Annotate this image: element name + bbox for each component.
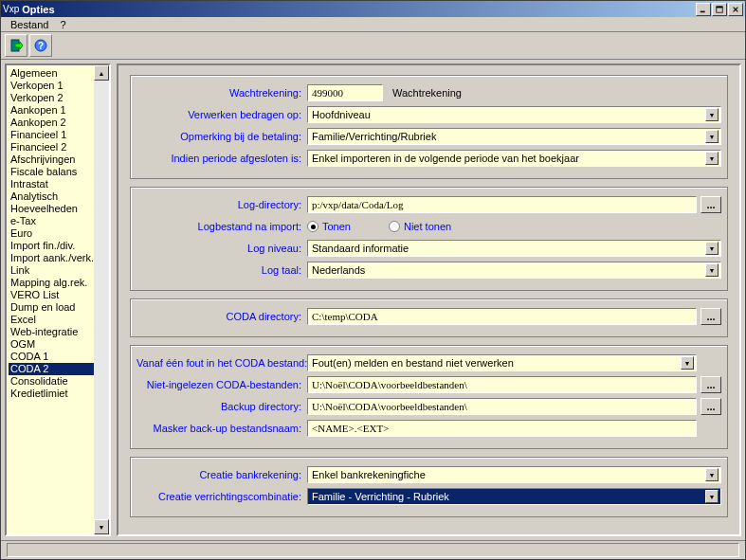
sidebar-scrollbar[interactable]: ▲ ▼ (94, 65, 109, 534)
fout-label: Vanaf één fout in het CODA bestand: (136, 357, 307, 369)
group-log: Log-directory: ... Logbestand na import:… (130, 187, 728, 291)
main-panel: Wachtrekening: Wachtrekening Verwerken b… (117, 63, 741, 536)
sidebar-item[interactable]: Aankopen 2 (9, 117, 107, 129)
chevron-down-icon: ▼ (705, 152, 719, 165)
wachtrekening-input[interactable] (307, 84, 383, 101)
logtaal-label: Log taal: (136, 264, 307, 276)
sidebar-item[interactable]: Euro (9, 227, 107, 240)
radio-tonen[interactable]: Tonen (307, 221, 351, 232)
radio-icon (307, 221, 318, 232)
sidebar-item[interactable]: Import aank./verk. (9, 252, 107, 264)
close-button[interactable] (728, 3, 743, 16)
titlebar: Vxp Opties (1, 1, 745, 17)
logdir-browse-button[interactable]: ... (701, 196, 721, 213)
opmerking-select[interactable]: Familie/Verrichting/Rubriek▼ (307, 128, 721, 145)
sidebar-item[interactable]: e-Tax (9, 215, 107, 227)
window-title: Opties (19, 4, 696, 15)
verwerken-select[interactable]: Hoofdniveau▼ (307, 106, 721, 123)
logdir-input[interactable] (307, 196, 697, 213)
backup-input[interactable] (307, 398, 697, 415)
sidebar-item[interactable]: CODA 2 (9, 363, 107, 375)
sidebar-item[interactable]: Excel (9, 314, 107, 326)
verwerken-label: Verwerken bedragen op: (136, 109, 307, 120)
sidebar-item[interactable]: Web-integratie (9, 326, 107, 338)
logniveau-label: Log niveau: (136, 243, 307, 254)
radio-niettonen[interactable]: Niet tonen (389, 221, 451, 232)
wachtrekening-sidelabel: Wachtrekening (392, 87, 462, 99)
sidebar-item[interactable]: Fiscale balans (9, 166, 107, 178)
content-area: AlgemeenVerkopen 1Verkopen 2Aankopen 1Aa… (1, 60, 745, 540)
periode-label: Indien periode afgesloten is: (136, 153, 307, 164)
sidebar-item[interactable]: CODA 1 (9, 351, 107, 363)
scroll-down-button[interactable]: ▼ (94, 519, 109, 534)
sidebar-item[interactable]: Kredietlimiet (9, 388, 107, 400)
chevron-down-icon: ▼ (705, 130, 719, 143)
sidebar: AlgemeenVerkopen 1Verkopen 2Aankopen 1Aa… (5, 63, 111, 536)
exit-button[interactable] (5, 34, 27, 57)
sidebar-item[interactable]: Financieel 2 (9, 141, 107, 154)
creatiebank-label: Creatie bankrekening: (136, 469, 307, 480)
sidebar-item[interactable]: Financieel 1 (9, 129, 107, 141)
menu-bestand[interactable]: Bestand (5, 18, 54, 31)
backup-label: Backup directory: (136, 401, 307, 412)
wachtrekening-label: Wachtrekening: (136, 87, 307, 99)
sidebar-item[interactable]: Mapping alg.rek. (9, 277, 107, 289)
nieting-input[interactable] (307, 376, 697, 393)
menubar: Bestand ? (1, 17, 745, 32)
sidebar-item[interactable]: OGM (9, 338, 107, 351)
logniveau-select[interactable]: Standaard informatie▼ (307, 240, 721, 257)
group-rekening: Wachtrekening: Wachtrekening Verwerken b… (130, 75, 728, 179)
sidebar-item[interactable]: Analytisch (9, 190, 107, 203)
sidebar-item[interactable]: Consolidatie (9, 375, 107, 388)
sidebar-item[interactable]: Intrastat (9, 178, 107, 190)
creatiever-select[interactable]: Familie - Verrichting - Rubriek▼ (307, 488, 721, 505)
sidebar-item[interactable]: Hoeveelheden (9, 203, 107, 215)
svg-rect-0 (701, 10, 705, 12)
svg-rect-2 (717, 7, 722, 9)
chevron-down-icon: ▼ (681, 356, 694, 370)
radio-icon (389, 221, 400, 232)
sidebar-item[interactable]: Aankopen 1 (9, 104, 107, 117)
nieting-browse-button[interactable]: ... (701, 376, 721, 393)
codadir-browse-button[interactable]: ... (701, 308, 721, 325)
logtaal-select[interactable]: Nederlands▼ (307, 262, 721, 279)
codadir-input[interactable] (307, 308, 697, 325)
logdir-label: Log-directory: (136, 199, 307, 210)
scroll-track[interactable] (94, 81, 109, 519)
backup-browse-button[interactable]: ... (701, 398, 721, 415)
maximize-button[interactable] (712, 3, 727, 16)
codadir-label: CODA directory: (136, 311, 307, 322)
chevron-down-icon: ▼ (705, 242, 719, 255)
group-creatie: Creatie bankrekening: Enkel bankrekening… (130, 457, 728, 517)
opmerking-label: Opmerking bij de betaling: (136, 131, 307, 142)
sidebar-item[interactable]: Algemeen (9, 67, 107, 80)
menu-help[interactable]: ? (54, 18, 71, 31)
sidebar-item[interactable]: Link (9, 264, 107, 277)
help-button[interactable]: ? (29, 34, 52, 57)
chevron-down-icon: ▼ (705, 468, 719, 481)
sidebar-item[interactable]: Dump en load (9, 301, 107, 314)
chevron-down-icon: ▼ (705, 490, 719, 503)
titlebar-prefix: Vxp (3, 4, 19, 14)
periode-select[interactable]: Enkel importeren in de volgende periode … (307, 150, 721, 167)
statusbar (1, 540, 745, 559)
svg-text:?: ? (38, 41, 44, 51)
sidebar-item[interactable]: Verkopen 2 (9, 92, 107, 104)
chevron-down-icon: ▼ (705, 108, 719, 121)
creatiebank-select[interactable]: Enkel bankrekeningfiche▼ (307, 466, 721, 483)
masker-input[interactable] (307, 420, 697, 437)
chevron-down-icon: ▼ (705, 263, 719, 277)
window: Vxp Opties Bestand ? ? AlgemeenVerkopen … (0, 0, 746, 560)
minimize-button[interactable] (696, 3, 711, 16)
sidebar-item[interactable]: Afschrijvingen (9, 154, 107, 166)
scroll-up-button[interactable]: ▲ (94, 65, 109, 81)
masker-label: Masker back-up bestandsnaam: (136, 423, 307, 434)
sidebar-item[interactable]: Import fin./div. (9, 240, 107, 252)
sidebar-item[interactable]: Verkopen 1 (9, 80, 107, 92)
logbestand-label: Logbestand na import: (136, 221, 307, 232)
nieting-label: Niet-ingelezen CODA-bestanden: (136, 379, 307, 390)
toolbar: ? (1, 32, 745, 60)
group-codadir: CODA directory: ... (130, 298, 728, 337)
fout-select[interactable]: Fout(en) melden en bestand niet verwerke… (307, 354, 697, 371)
sidebar-item[interactable]: VERO List (9, 289, 107, 301)
